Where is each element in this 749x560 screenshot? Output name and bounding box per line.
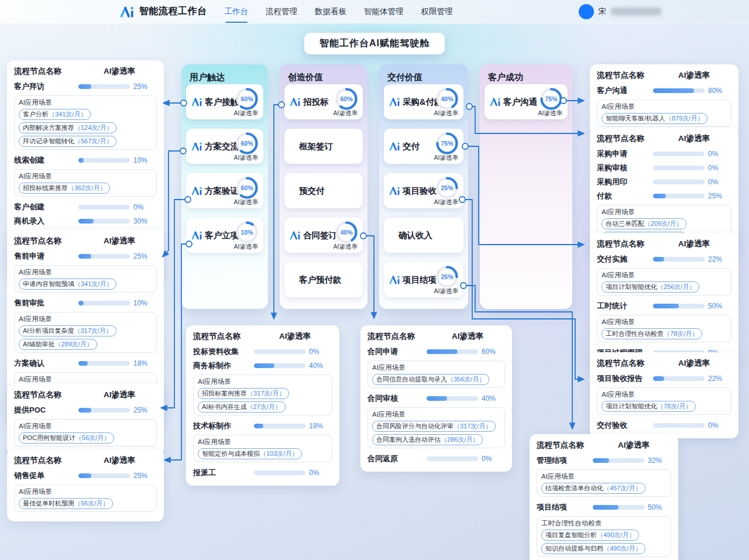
rate-percent-label: 10% <box>133 156 157 164</box>
ai-scenario-box: AI应用场景 申请内容智能预填（341次/月） <box>14 265 157 293</box>
panel-header: 流程节点名称 AI渗透率 <box>597 239 731 249</box>
ai-scenario-chip[interactable]: 内部解决方案推荐（124次/月） <box>19 122 116 133</box>
stage-card[interactable]: 预交付 <box>284 173 363 208</box>
ai-scenario-chip[interactable]: 拜访记录智能转化（567次/月） <box>19 136 116 147</box>
chip-count: （317次/月） <box>453 422 492 430</box>
ai-scenario-chip[interactable]: 合同风险评分与自动化评审（317次/月） <box>372 421 496 432</box>
ai-scenario-chip[interactable]: 知识自动提炼与归档（490次/月） <box>541 543 645 554</box>
stage-card[interactable]: 框架签订 <box>284 129 363 164</box>
stage-card[interactable]: 客户立项 10% AI渗透率 <box>186 218 263 253</box>
nav-tab-1[interactable]: 流程管理 <box>266 3 297 20</box>
rate-column-header: AI渗透率 <box>596 440 671 451</box>
app-title: 智能流程工作台 <box>139 5 207 18</box>
ai-scenario-chips: 智能聊天客服/机器人（879次/月） <box>602 113 727 124</box>
ai-scenario-box-label: AI应用场景 <box>602 208 727 217</box>
stage-card-name: 方案交流 <box>205 141 239 152</box>
stage-card[interactable]: 方案验证 60% AI渗透率 <box>186 173 263 208</box>
user-name-redacted <box>611 8 661 15</box>
stage-card[interactable]: 方案交流 60% AI渗透率 <box>186 129 263 164</box>
rate-progress-bar <box>78 408 130 413</box>
ai-scenario-chip[interactable]: 合同案例入选自动评估（286次/月） <box>372 434 483 445</box>
ai-scenario-chip[interactable]: 招投标线索推荐（362次/月） <box>19 183 110 194</box>
process-node-name: 线索创建 <box>14 155 75 166</box>
stage-card-name: 招投标 <box>303 97 329 108</box>
svg-text:25%: 25% <box>441 184 453 191</box>
ai-scenario-chip[interactable]: 项目计划智能优化（256次/月） <box>602 281 699 293</box>
process-node-name: 合同申请 <box>367 346 423 357</box>
process-node-name: 售前申请 <box>14 251 75 262</box>
ai-scenario-chip[interactable]: 项目复盘智能分析（490次/月） <box>541 530 639 541</box>
process-node-row: 项目验收报告 22% <box>597 372 731 386</box>
user-avatar[interactable] <box>579 4 594 19</box>
detail-panel-m1: 流程节点名称 AI渗透率 投标资料收集 0% 商务标制作 40% AI应用场景 … <box>186 325 339 486</box>
svg-text:40%: 40% <box>441 95 453 102</box>
rate-progress-bar <box>254 363 305 368</box>
ai-scenario-chip[interactable]: 申请内容智能预填（341次/月） <box>19 279 116 290</box>
ai-scenario-box: 工时合理性自动检查 项目复盘智能分析（490次/月） 知识自动提炼与归档（490… <box>537 516 671 557</box>
top-navbar: 智能流程工作台 工作台流程管理数据看板智能体管理权限管理 宋 <box>0 0 749 23</box>
nav-tab-0[interactable]: 工作台 <box>225 3 249 20</box>
ai-scenario-box-label: AI应用场景 <box>19 98 152 107</box>
ai-scenario-chip[interactable]: 智能定价与成本模拟（103次/月） <box>198 448 302 459</box>
donut-caption: AI渗透率 <box>234 154 258 162</box>
nav-tab-2[interactable]: 数据看板 <box>315 3 346 20</box>
ai-scenario-box: AI应用场景 智能聊天客服/机器人（879次/月） <box>597 99 731 127</box>
chip-label: 合同风险评分与自动化评审 <box>376 422 453 430</box>
chip-count: （256次/月） <box>657 283 695 290</box>
stage-card[interactable]: 客户沟通 75% AI渗透率 <box>485 84 568 119</box>
chip-count: （490次/月） <box>597 531 635 538</box>
ai-scenario-chip[interactable]: 智能聊天客服/机器人（879次/月） <box>602 113 707 124</box>
nav-tab-3[interactable]: 智能体管理 <box>364 3 404 20</box>
rate-percent-label: 0% <box>708 421 731 430</box>
ai-scenario-chip[interactable]: AI辅助审批（289次/月） <box>19 339 97 350</box>
ai-scenario-chip[interactable]: 最佳促单时机预测（56次/月） <box>19 498 113 509</box>
ai-scenario-box: AI应用场景 AI分析项目复杂度（317次/月） AI辅助审批（289次/月） <box>14 312 157 353</box>
ai-scenario-box: AI应用场景 合同信息自动提取与录入（356次/月） <box>367 360 505 388</box>
ai-scenario-chip[interactable]: AI标书内容生成（27次/月） <box>198 401 286 413</box>
ai-scenario-chip[interactable]: POC用例智能设计（56次/月） <box>19 432 114 444</box>
chip-count: （27次/月） <box>246 403 281 410</box>
ai-scenario-chip[interactable]: 自动三单匹配（209次/月） <box>602 218 686 229</box>
stage-card[interactable]: 合同签订 40% AI渗透率 <box>284 218 363 253</box>
node-column-header: 流程节点名称 <box>597 358 657 369</box>
ai-scenario-chip[interactable]: 合同信息自动提取与录入（356次/月） <box>372 374 489 385</box>
stage-card[interactable]: 项目验收 25% AI渗透率 <box>384 173 463 208</box>
chip-label: 最佳促单时机预测 <box>23 500 74 507</box>
chip-label: 结项检查清单自动化 <box>545 485 603 492</box>
ai-scenario-chip[interactable]: 客户分析（341次/月） <box>19 109 91 120</box>
rate-progress-bar <box>653 180 705 184</box>
ai-scenario-chips: 工时合理性自动检查（78次/月） <box>602 328 727 339</box>
ai-scenario-chip[interactable]: 招投标案例推荐（317次/月） <box>198 388 289 399</box>
rate-progress-bar <box>78 205 130 209</box>
stage-card[interactable]: 交付 75% AI渗透率 <box>384 129 463 164</box>
stage-card[interactable]: 客户预付款 <box>284 262 363 297</box>
user-account[interactable]: 宋 <box>579 4 662 19</box>
ai-scenario-chip[interactable]: 结项检查清单自动化（457次/月） <box>541 483 645 494</box>
stage-card[interactable]: 确认收入 <box>384 218 463 253</box>
stage-card[interactable]: 项目结项 25% AI渗透率 <box>384 262 463 297</box>
ai-scenario-chips: 项目计划智能优化（78次/月） <box>602 401 727 412</box>
svg-text:10%: 10% <box>240 229 253 236</box>
chip-count: （317次/月） <box>74 327 112 334</box>
ai-scenario-chip[interactable]: AI分析项目复杂度（317次/月） <box>19 325 116 336</box>
stage-card[interactable]: 客户接触 60% AI渗透率 <box>186 84 263 119</box>
chip-count: （56次/月） <box>74 500 109 507</box>
rate-progress-bar <box>653 152 705 156</box>
process-node-row: 管理结项 32% <box>537 454 671 468</box>
ai-scenario-box-label: AI应用场景 <box>602 271 727 280</box>
rate-progress-bar <box>254 470 305 475</box>
user-name: 宋 <box>599 6 607 17</box>
nav-tab-4[interactable]: 权限管理 <box>421 3 453 20</box>
chip-label: 知识自动提炼与归档 <box>545 545 603 552</box>
stage-card[interactable]: 招投标 60% AI渗透率 <box>284 84 363 119</box>
ai-logo-icon <box>191 97 203 107</box>
process-node-row: 线索创建 10% <box>14 153 157 167</box>
ai-scenario-chips: 项目计划智能优化（256次/月） <box>602 281 727 293</box>
ai-scenario-chip[interactable]: 工时合理性自动检查（78次/月） <box>602 328 702 339</box>
panel-header: 流程节点名称 AI渗透率 <box>14 66 157 77</box>
stage-card-name: 方案验证 <box>205 185 239 197</box>
stage-card[interactable]: 采购&付款 40% AI渗透率 <box>384 84 463 119</box>
rate-percent-label: 50% <box>708 302 731 310</box>
donut-caption: AI渗透率 <box>434 287 458 296</box>
ai-scenario-chip[interactable]: 项目计划智能优化（78次/月） <box>602 401 696 412</box>
